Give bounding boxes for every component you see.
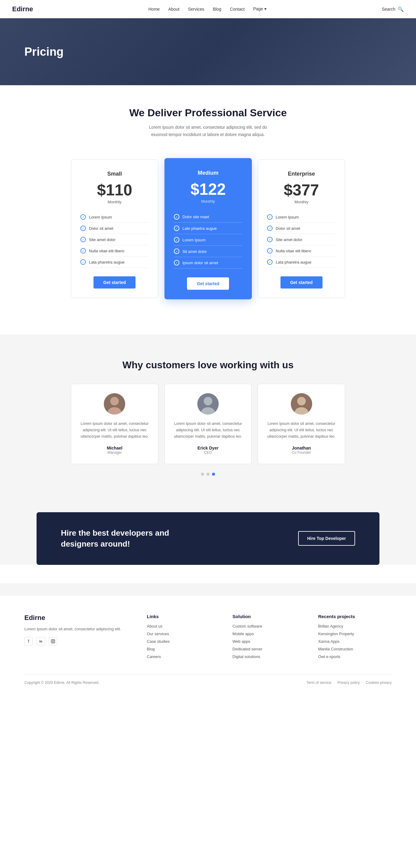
svg-point-1 xyxy=(110,397,119,405)
cookies-link[interactable]: Cookies privacy xyxy=(366,681,392,685)
footer-projects-heading: Recents projects xyxy=(318,614,392,619)
footer-solution-item[interactable]: Dedicated server xyxy=(232,647,306,651)
footer-logo: Edirne xyxy=(24,614,135,622)
dot-0[interactable] xyxy=(201,473,204,476)
check-icon: ✓ xyxy=(174,214,179,219)
avatar-erick xyxy=(197,393,219,414)
terms-link[interactable]: Term of service xyxy=(307,681,331,685)
avatar-jonathan xyxy=(291,393,312,414)
check-icon: ✓ xyxy=(80,214,86,220)
svg-point-4 xyxy=(204,397,212,405)
footer-projects-col: Recents projects Brillan Agency Kensingt… xyxy=(318,614,392,662)
facebook-icon[interactable]: f xyxy=(24,637,33,646)
footer-project-item[interactable]: Owl e-sports xyxy=(318,654,392,659)
pricing-card-enterprise: Enterprise $377 Monthly ✓Lorem Ipsum ✓Do… xyxy=(258,159,345,298)
footer-solution-item[interactable]: Web apps xyxy=(232,639,306,644)
avatar-michael xyxy=(104,393,125,414)
get-started-small[interactable]: Get started xyxy=(93,276,136,288)
footer-bottom-links: Term of service Privacy policy Cookies p… xyxy=(307,681,392,685)
search-icon[interactable]: 🔍 xyxy=(398,6,404,12)
privacy-link[interactable]: Privacy policy xyxy=(337,681,360,685)
carousel-dots xyxy=(12,473,404,476)
dot-2[interactable] xyxy=(212,473,215,476)
pricing-card-medium: Medium $122 Monthly ✓Dolor site maet ✓La… xyxy=(165,158,252,300)
footer-copyright: Copyright © 2020 Edirne. All Rights Rese… xyxy=(24,681,99,685)
footer-solution-item[interactable]: Digital solutions xyxy=(232,654,306,659)
feature-item: ✓Late phaetra augue xyxy=(174,223,242,234)
footer-link-item[interactable]: Case studies xyxy=(147,639,220,644)
testimonial-name-0: Michael xyxy=(107,445,122,451)
footer-solution-heading: Solution xyxy=(232,614,306,619)
professional-heading: We Deliver Professional Service xyxy=(12,106,404,119)
svg-point-11 xyxy=(54,640,54,641)
footer: Edirne Lorem Ipsum dolor sit amet, conse… xyxy=(0,595,416,694)
cta-text: Hire the best developers and designers a… xyxy=(61,527,189,550)
feature-item: ✓Lorem Ipsum xyxy=(267,212,336,223)
feature-item: ✓Nulla vitae elit libero xyxy=(267,245,336,256)
footer-links-col: Links About us Our services Case studies… xyxy=(147,614,220,662)
plan-name-enterprise: Enterprise xyxy=(288,171,315,177)
check-icon: ✓ xyxy=(80,237,86,242)
get-started-enterprise[interactable]: Get started xyxy=(280,276,323,288)
footer-link-item[interactable]: About us xyxy=(147,624,220,628)
pricing-section: Small $110 Monthly ✓Lorem Ipsum ✓Dolor s… xyxy=(0,153,416,322)
nav-page-dropdown[interactable]: Page ▾ xyxy=(253,6,266,11)
professional-description: Lorem Ipsum dolor sit amet, consectetur … xyxy=(141,124,275,138)
feature-item: ✓Nulla vitae elit libero xyxy=(80,245,149,256)
svg-point-10 xyxy=(52,640,54,642)
footer-solution-col: Solution Custom software Mobile apps Web… xyxy=(232,614,306,662)
nav-about[interactable]: About xyxy=(169,7,180,11)
svg-point-7 xyxy=(297,397,306,405)
footer-solution-item[interactable]: Custom software xyxy=(232,624,306,628)
footer-solution-list: Custom software Mobile apps Web apps Ded… xyxy=(232,624,306,659)
testimonial-role-2: Co Founder xyxy=(292,451,311,455)
footer-link-item[interactable]: Blog xyxy=(147,647,220,651)
footer-project-item[interactable]: Xanna Apps xyxy=(318,639,392,644)
check-icon: ✓ xyxy=(80,248,86,253)
hire-developer-button[interactable]: Hire Top Developer xyxy=(298,531,355,546)
feature-item: ✓Lorem Ipsum xyxy=(80,212,149,223)
feature-item: ✓Site amet dolor xyxy=(267,234,336,245)
nav-links: Home About Services Blog Contact Page ▾ xyxy=(148,6,266,12)
dot-1[interactable] xyxy=(206,473,210,476)
footer-solution-item[interactable]: Mobile apps xyxy=(232,631,306,636)
nav-home[interactable]: Home xyxy=(148,7,159,11)
footer-link-item[interactable]: Careers xyxy=(147,654,220,659)
footer-link-item[interactable]: Our services xyxy=(147,631,220,636)
check-icon: ✓ xyxy=(174,225,179,231)
nav-blog[interactable]: Blog xyxy=(213,7,221,11)
testimonial-card-2: Lorem Ipsum dolor sit amet, consectetur … xyxy=(258,384,345,464)
plan-period-medium: Monthly xyxy=(201,199,215,204)
footer-brand: Edirne Lorem Ipsum dolor sit amet, conse… xyxy=(24,614,135,662)
footer-project-item[interactable]: Kensington Property xyxy=(318,631,392,636)
nav-services[interactable]: Services xyxy=(188,7,204,11)
check-icon: ✓ xyxy=(174,260,179,266)
footer-links-heading: Links xyxy=(147,614,220,619)
linkedin-icon[interactable]: in xyxy=(36,637,45,646)
get-started-medium[interactable]: Get started xyxy=(187,278,229,290)
feature-item: ✓Dolor sit amet xyxy=(80,223,149,234)
nav-contact[interactable]: Contact xyxy=(230,7,244,11)
check-icon: ✓ xyxy=(267,248,273,253)
plan-name-small: Small xyxy=(107,171,122,177)
feature-item: ✓Ipsum dolor sit amet xyxy=(174,257,242,269)
footer-projects-list: Brillan Agency Kensington Property Xanna… xyxy=(318,624,392,659)
check-icon: ✓ xyxy=(80,259,86,265)
testimonial-role-1: CEO xyxy=(204,451,212,455)
cta-banner: Hire the best developers and designers a… xyxy=(36,512,380,565)
check-icon: ✓ xyxy=(80,225,86,231)
nav-search[interactable]: Search 🔍 xyxy=(382,6,404,12)
testimonials-section: Why customers love working with us Lorem… xyxy=(0,335,416,494)
testimonial-text-0: Lorem Ipsum dolor sit amet, consectetur … xyxy=(79,421,151,440)
check-icon: ✓ xyxy=(174,249,179,254)
feature-item: ✓Lata pharetra augue xyxy=(80,256,149,268)
testimonial-text-2: Lorem Ipsum dolor sit amet, consectetur … xyxy=(265,421,337,440)
pricing-grid: Small $110 Monthly ✓Lorem Ipsum ✓Dolor s… xyxy=(71,159,345,298)
testimonial-name-1: Erick Dyer xyxy=(197,445,218,451)
check-icon: ✓ xyxy=(174,237,179,243)
nav-logo[interactable]: Edirne xyxy=(12,5,33,13)
instagram-icon[interactable] xyxy=(49,637,57,646)
footer-project-item[interactable]: Brillan Agency xyxy=(318,624,392,628)
plan-period-enterprise: Monthly xyxy=(295,200,308,204)
footer-project-item[interactable]: Manlia Construction xyxy=(318,647,392,651)
